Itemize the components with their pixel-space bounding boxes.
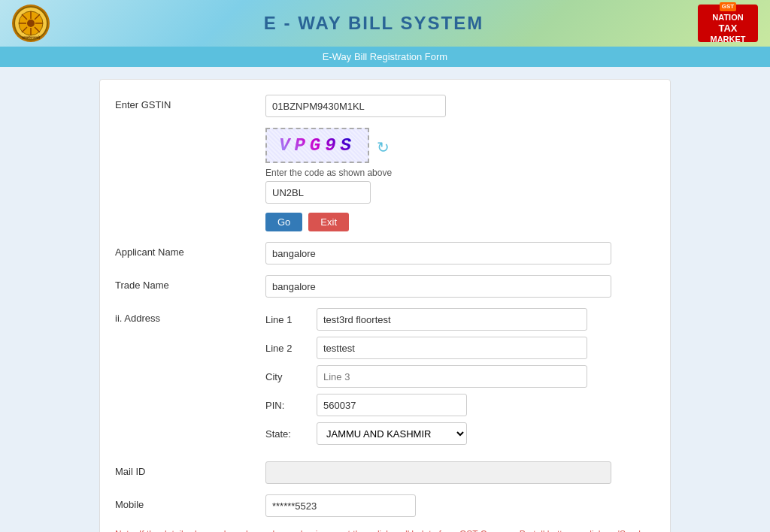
- svg-point-2: [27, 20, 35, 27]
- address-line1-label: Line 1: [265, 314, 311, 325]
- address-pin-row: PIN:: [265, 394, 655, 416]
- trade-name-row: Trade Name: [115, 275, 655, 298]
- government-emblem: सत्यमेव जयते: [12, 5, 50, 42]
- address-city-label: City: [265, 371, 311, 382]
- subtitle-text: E-Way Bill Registration Form: [323, 51, 447, 62]
- captcha-image-row: VPG9S ↻: [265, 128, 655, 163]
- address-line1-input[interactable]: [317, 308, 587, 331]
- page-title: E - WAY BILL SYSTEM: [50, 13, 698, 34]
- page-header: सत्यमेव जयते E - WAY BILL SYSTEM GST NAT…: [0, 0, 770, 47]
- captcha-image: VPG9S: [265, 128, 369, 163]
- captcha-section: VPG9S ↻ Enter the code as shown above Go…: [265, 128, 655, 231]
- gstin-row: Enter GSTIN: [115, 95, 655, 117]
- applicant-name-row: Applicant Name: [115, 242, 655, 264]
- address-state-label: State:: [265, 428, 311, 440]
- mail-id-input[interactable]: [265, 461, 611, 484]
- registration-form: Enter GSTIN VPG9S ↻ Enter the code as sh…: [99, 79, 671, 532]
- address-line1-row: Line 1: [265, 308, 655, 331]
- brand-line2: TAX: [718, 23, 737, 35]
- address-label: ii. Address: [115, 308, 265, 451]
- trade-name-label: Trade Name: [115, 275, 265, 291]
- address-section: ii. Address Line 1 Line 2 City PIN:: [115, 308, 655, 451]
- mail-id-label: Mail ID: [115, 461, 265, 477]
- mail-id-row: Mail ID: [115, 461, 655, 484]
- address-state-select[interactable]: JAMMU AND KASHMIR ANDHRA PRADESH KARNATA…: [317, 422, 467, 445]
- applicant-name-input[interactable]: [265, 242, 611, 264]
- captcha-input[interactable]: [265, 181, 371, 204]
- refresh-captcha-icon[interactable]: ↻: [377, 138, 392, 153]
- address-line2-label: Line 2: [265, 343, 311, 354]
- main-content: Enter GSTIN VPG9S ↻ Enter the code as sh…: [0, 67, 770, 532]
- address-fields: Line 1 Line 2 City PIN: State:: [265, 308, 655, 451]
- address-pin-input[interactable]: [317, 394, 467, 416]
- gst-badge: GST: [720, 2, 736, 11]
- applicant-name-label: Applicant Name: [115, 242, 265, 258]
- go-button[interactable]: Go: [265, 213, 302, 231]
- mobile-row: Mobile: [115, 494, 655, 517]
- brand-line3: MARKET: [710, 35, 745, 44]
- svg-text:सत्यमेव जयते: सत्यमेव जयते: [21, 35, 41, 40]
- form-subtitle: E-Way Bill Registration Form: [0, 47, 770, 67]
- gstin-input[interactable]: [265, 95, 446, 117]
- gstin-label: Enter GSTIN: [115, 95, 265, 110]
- exit-button[interactable]: Exit: [308, 213, 349, 231]
- brand-logo: GST NATION TAX MARKET: [698, 5, 758, 42]
- note-text: Note: If the details shown above have ch…: [115, 527, 655, 532]
- address-pin-label: PIN:: [265, 400, 311, 411]
- trade-name-input[interactable]: [265, 275, 611, 298]
- captcha-instruction: Enter the code as shown above: [265, 168, 655, 178]
- mobile-input[interactable]: [265, 494, 416, 517]
- address-state-row: State: JAMMU AND KASHMIR ANDHRA PRADESH …: [265, 422, 655, 445]
- address-city-row: City: [265, 365, 655, 388]
- brand-line1: NATION: [712, 13, 743, 23]
- mobile-label: Mobile: [115, 494, 265, 510]
- address-city-input[interactable]: [317, 365, 587, 388]
- address-line2-input[interactable]: [317, 337, 587, 359]
- captcha-buttons: Go Exit: [265, 213, 655, 231]
- address-line2-row: Line 2: [265, 337, 655, 359]
- captcha-text: VPG9S: [279, 135, 356, 156]
